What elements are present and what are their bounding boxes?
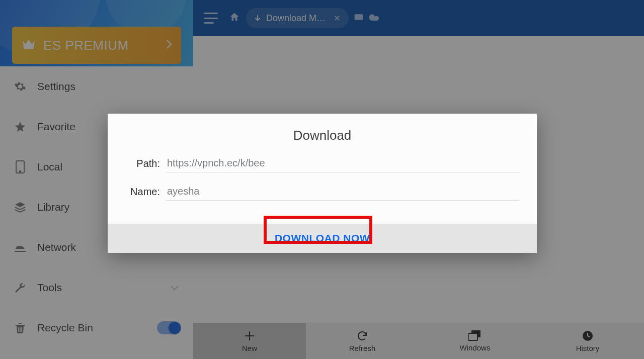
download-now-button[interactable]: DOWNLOAD NOW <box>264 227 381 249</box>
name-label: Name: <box>125 186 160 198</box>
path-label: Path: <box>125 158 160 169</box>
name-input[interactable] <box>166 183 520 201</box>
dialog-title: Download <box>108 114 537 154</box>
app-root: Download Ma… ES PREMIUM Settings Fav <box>0 0 644 359</box>
download-dialog: Download Path: Name: DOWNLOAD NOW <box>108 114 537 253</box>
path-input[interactable] <box>166 154 520 172</box>
dialog-actions: DOWNLOAD NOW <box>108 224 537 253</box>
